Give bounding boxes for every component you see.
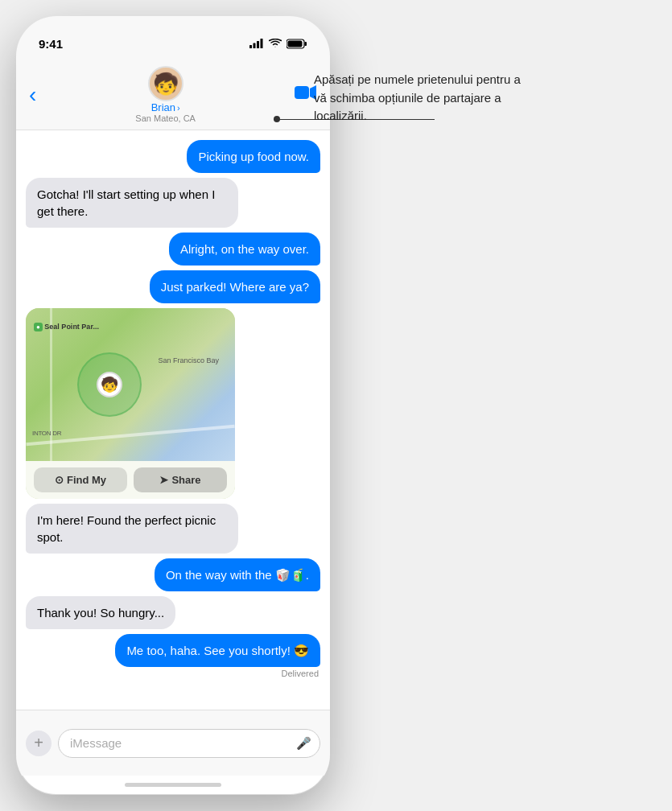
map-label-park: ● Seal Point Par... bbox=[34, 323, 99, 331]
svg-rect-6 bbox=[288, 40, 303, 47]
home-indicator bbox=[125, 783, 221, 787]
status-icons bbox=[249, 39, 307, 49]
message-input[interactable]: iMessage 🎤 bbox=[58, 729, 320, 758]
input-bar: + iMessage 🎤 bbox=[16, 710, 330, 776]
contact-name[interactable]: Brian › bbox=[151, 101, 180, 113]
message-3: Alright, on the way over. bbox=[26, 233, 320, 266]
bubble-sent[interactable]: Picking up food now. bbox=[187, 140, 320, 173]
nav-center[interactable]: 🧒 Brian › San Mateo, CA bbox=[135, 66, 196, 123]
share-button[interactable]: ➤ Share bbox=[134, 467, 227, 492]
message-5-map: ● Seal Point Par... San Francisco Bay IN… bbox=[26, 308, 320, 499]
callout-text: Apăsați pe numele prietenului pentru a v… bbox=[314, 71, 523, 126]
message-9: Me too, haha. See you shortly! 😎 Deliver… bbox=[26, 634, 320, 678]
findmy-icon: ⊙ bbox=[55, 474, 64, 486]
bubble-received[interactable]: Thank you! So hungry... bbox=[26, 596, 175, 629]
avatar: 🧒 bbox=[148, 66, 183, 101]
message-1: Picking up food now. bbox=[26, 140, 320, 173]
input-placeholder: iMessage bbox=[70, 736, 122, 750]
message-2: Gotcha! I'll start setting up when I get… bbox=[26, 178, 320, 228]
bubble-sent[interactable]: On the way with the 🥡🧃. bbox=[155, 558, 320, 591]
bubble-sent[interactable]: Me too, haha. See you shortly! 😎 bbox=[115, 634, 320, 667]
message-8: Thank you! So hungry... bbox=[26, 596, 320, 629]
message-4: Just parked! Where are ya? bbox=[26, 270, 320, 303]
wifi-icon bbox=[269, 39, 282, 48]
map-area: ● Seal Point Par... San Francisco Bay IN… bbox=[26, 308, 235, 461]
signal-icon bbox=[249, 39, 264, 48]
add-attachment-button[interactable]: + bbox=[26, 731, 52, 756]
battery-icon bbox=[287, 39, 307, 49]
chevron-icon: › bbox=[177, 103, 180, 113]
bubble-received[interactable]: I'm here! Found the perfect picnic spot. bbox=[26, 504, 238, 554]
bubble-sent[interactable]: Just parked! Where are ya? bbox=[150, 270, 320, 303]
bubble-received[interactable]: Gotcha! I'll start setting up when I get… bbox=[26, 178, 238, 228]
contact-location: San Mateo, CA bbox=[135, 113, 196, 123]
svg-rect-0 bbox=[249, 45, 252, 48]
status-time: 9:41 bbox=[39, 37, 63, 51]
delivered-label: Delivered bbox=[282, 669, 319, 678]
map-pin: 🧒 bbox=[97, 372, 122, 397]
share-icon: ➤ bbox=[159, 474, 168, 486]
message-6: I'm here! Found the perfect picnic spot. bbox=[26, 504, 320, 554]
svg-rect-5 bbox=[305, 42, 307, 46]
svg-rect-7 bbox=[295, 86, 309, 99]
svg-rect-2 bbox=[257, 41, 259, 48]
bubble-sent[interactable]: Alright, on the way over. bbox=[169, 233, 320, 266]
map-bubble[interactable]: ● Seal Point Par... San Francisco Bay IN… bbox=[26, 308, 235, 499]
svg-rect-1 bbox=[254, 43, 256, 49]
status-bar: 9:41 bbox=[16, 16, 330, 60]
microphone-icon[interactable]: 🎤 bbox=[296, 736, 311, 751]
back-button[interactable]: ‹ bbox=[29, 82, 36, 108]
findmy-button[interactable]: ⊙ Find My bbox=[34, 467, 127, 492]
map-label-road: INTON DR bbox=[32, 430, 61, 437]
map-label-bay: San Francisco Bay bbox=[158, 356, 219, 366]
map-buttons: ⊙ Find My ➤ Share bbox=[26, 461, 235, 499]
svg-rect-3 bbox=[261, 39, 263, 48]
messages-area: Picking up food now. Gotcha! I'll start … bbox=[16, 130, 330, 710]
location-circle: 🧒 bbox=[77, 352, 142, 417]
phone-frame: 9:41 ‹ bbox=[16, 16, 330, 795]
message-7: On the way with the 🥡🧃. bbox=[26, 558, 320, 591]
